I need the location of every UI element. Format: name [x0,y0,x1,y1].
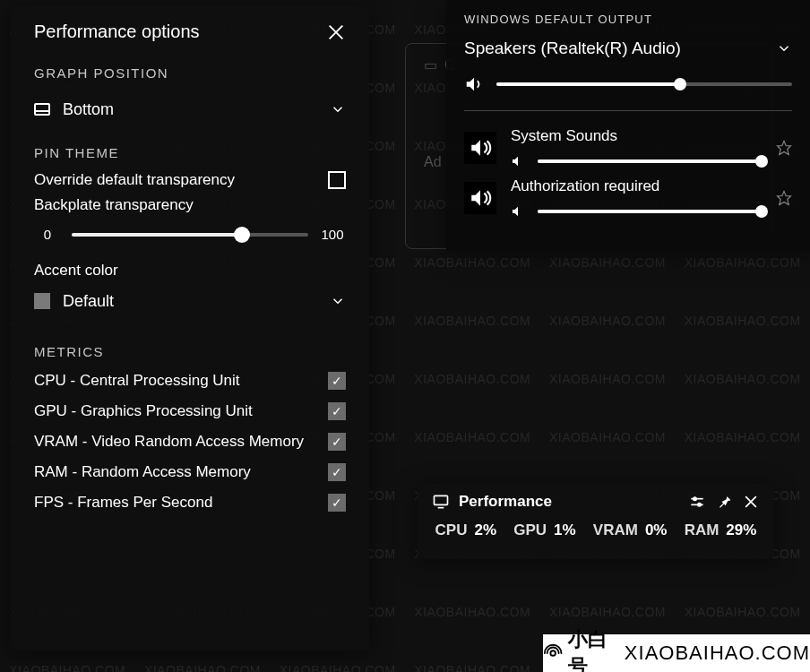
svg-point-8 [694,497,696,500]
metric-checkbox[interactable] [328,433,346,451]
app-volume-row: Authorization required [464,177,792,219]
backplate-slider[interactable] [72,233,308,237]
metric-label: GPU - Graphics Processing Unit [34,402,253,420]
speaker-icon[interactable] [511,204,525,219]
favorite-star-icon[interactable] [776,190,792,206]
app-volume-row: System Sounds [464,127,792,168]
watermark-badge: 小白号 XIAOBAIHAO.COM [543,634,810,672]
svg-rect-4 [435,495,448,504]
app-volume-slider[interactable] [538,159,762,163]
monitor-icon [432,493,450,511]
output-device-name: Speakers (Realtek(R) Audio) [464,39,681,58]
chevron-down-icon [330,101,346,117]
metric-label: VRAM - Video Random Access Memory [34,433,304,451]
bg-widget-add: Ad [424,154,442,169]
metric-row: FPS - Frames Per Second [34,494,346,512]
favorite-star-icon[interactable] [776,140,792,156]
metric-checkbox[interactable] [328,463,346,481]
graph-position-value: Bottom [63,100,114,119]
metric-label: FPS - Frames Per Second [34,494,212,512]
stat-value: 0% [645,521,668,539]
audio-output-panel: WINDOWS DEFAULT OUTPUT Speakers (Realtek… [446,0,810,251]
section-pin-theme: PIN THEME [34,145,346,160]
slider-max: 100 [319,227,346,242]
position-bottom-icon [34,103,50,116]
override-transparency-checkbox[interactable] [328,171,346,189]
metric-checkbox[interactable] [328,372,346,390]
slider-min: 0 [34,227,61,242]
audio-section-label: WINDOWS DEFAULT OUTPUT [464,13,792,26]
perf-stat: CPU2% [435,521,496,539]
stat-key: GPU [513,521,547,539]
performance-overlay: Performance CPU2%GPU1%VRAM0%RAM29% [418,484,774,559]
master-volume-slider[interactable] [496,82,792,86]
performance-options-panel: Performance options GRAPH POSITION Botto… [11,5,369,650]
stat-value: 2% [474,521,496,539]
override-transparency-label: Override default transparency [34,171,235,189]
close-icon[interactable] [326,22,346,42]
panel-title: Performance options [34,22,200,42]
accent-color-label: Accent color [34,262,346,280]
svg-marker-2 [778,142,791,155]
speaker-icon[interactable] [511,154,525,168]
accent-color-dropdown[interactable]: Default [34,283,346,319]
stat-key: RAM [685,521,720,539]
settings-icon[interactable] [688,493,706,511]
chevron-down-icon [330,293,346,309]
section-metrics: METRICS [34,344,346,359]
svg-point-12 [550,650,556,656]
stat-value: 1% [554,521,576,539]
section-graph-position: GRAPH POSITION [34,65,346,81]
metric-checkbox[interactable] [328,402,346,420]
app-icon [464,132,496,164]
perf-stat: RAM29% [685,521,757,539]
graph-position-dropdown[interactable]: Bottom [34,91,346,127]
badge-cn: 小白号 [568,626,619,672]
monitor-icon: ▭ [424,56,437,73]
stat-key: VRAM [593,521,638,539]
metric-row: CPU - Central Processing Unit [34,372,346,390]
overlay-title: Performance [459,493,679,511]
app-icon [464,182,496,214]
pin-icon[interactable] [715,493,733,511]
metric-row: GPU - Graphics Processing Unit [34,402,346,420]
divider [464,110,792,111]
badge-en: XIAOBAIHAO.COM [625,642,810,665]
backplate-label: Backplate transparency [34,196,346,214]
perf-stat: VRAM0% [593,521,668,539]
app-name: System Sounds [511,127,762,145]
stat-key: CPU [435,521,468,539]
svg-marker-3 [778,192,791,205]
close-icon[interactable] [742,493,760,511]
perf-stat: GPU1% [513,521,575,539]
chevron-down-icon [776,40,792,56]
accent-value: Default [63,292,114,311]
speaker-icon[interactable] [464,74,484,94]
output-device-dropdown[interactable]: Speakers (Realtek(R) Audio) [464,39,792,58]
color-swatch-icon [34,293,50,309]
metric-label: RAM - Random Access Memory [34,463,251,481]
app-name: Authorization required [511,177,762,195]
metric-row: RAM - Random Access Memory [34,463,346,481]
app-volume-slider[interactable] [538,210,762,213]
stat-value: 29% [726,521,756,539]
metric-row: VRAM - Video Random Access Memory [34,433,346,451]
metric-checkbox[interactable] [328,494,346,512]
svg-point-9 [698,504,701,506]
metric-label: CPU - Central Processing Unit [34,372,240,390]
